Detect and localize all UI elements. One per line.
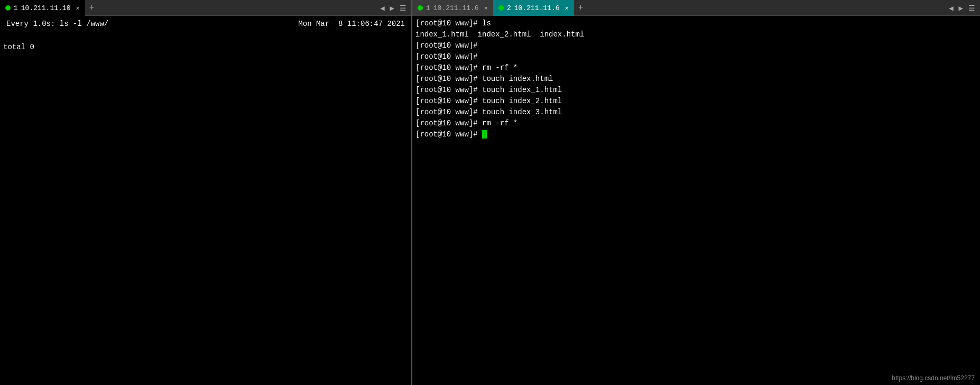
tab-left-1-host: 10.211.11.10 xyxy=(21,4,71,12)
left-total-line: total 0 xyxy=(3,42,408,53)
tab-left-nav: ◀ ▶ ☰ xyxy=(378,4,411,13)
right-line-9: [root@10 www]# rm -rf * xyxy=(415,118,977,129)
watch-command: Every 1.0s: ls -l /www/ xyxy=(6,19,108,30)
panels: Every 1.0s: ls -l /www/ Mon Mar 8 11:06:… xyxy=(0,16,980,385)
watermark: https://blog.csdn.net/lm52277 xyxy=(892,374,975,382)
tab-left-1-label: 1 xyxy=(14,4,18,12)
right-line-7: [root@10 www]# touch index_2.html xyxy=(415,96,977,107)
cursor xyxy=(482,130,487,139)
terminal-left-content: Every 1.0s: ls -l /www/ Mon Mar 8 11:06:… xyxy=(0,16,411,385)
tab-right-2-number: 2 xyxy=(507,4,511,12)
tab-left-next[interactable]: ▶ xyxy=(389,4,396,13)
panel-right[interactable]: [root@10 www]# ls index_1.html index_2.h… xyxy=(412,16,980,385)
tab-right-2-close[interactable]: ✕ xyxy=(565,4,569,12)
tab-left-add[interactable]: + xyxy=(85,3,99,13)
right-line-1: index_1.html index_2.html index.html xyxy=(415,29,977,40)
left-empty-line xyxy=(3,31,408,42)
watch-timestamp: Mon Mar 8 11:06:47 2021 xyxy=(298,19,405,30)
tab-left-prev[interactable]: ◀ xyxy=(378,4,386,13)
tab-right-1-host: 10.211.11.6 xyxy=(433,4,479,12)
tab-indicator-right-2 xyxy=(498,5,504,11)
right-line-0: [root@10 www]# ls xyxy=(415,18,977,29)
tab-left-menu[interactable]: ☰ xyxy=(398,4,408,13)
tab-indicator-right-1 xyxy=(418,5,423,11)
right-line-6: [root@10 www]# touch index_1.html xyxy=(415,85,977,96)
right-line-10: [root@10 www]# xyxy=(415,129,977,140)
tab-indicator-left xyxy=(5,5,11,11)
tab-right-1-number: 1 xyxy=(426,4,430,12)
right-line-3: [root@10 www]# xyxy=(415,51,977,62)
tab-right-next[interactable]: ▶ xyxy=(957,4,965,13)
tab-right-1[interactable]: 1 10.211.11.6 ✕ xyxy=(412,0,493,16)
tab-right-menu[interactable]: ☰ xyxy=(967,4,977,13)
tab-right-2-host: 10.211.11.6 xyxy=(514,4,560,12)
tab-right-1-close[interactable]: ✕ xyxy=(484,4,488,12)
terminal-right-content: [root@10 www]# ls index_1.html index_2.h… xyxy=(412,16,980,385)
tab-right-2[interactable]: 2 10.211.11.6 ✕ xyxy=(493,0,574,16)
tab-left-1[interactable]: 1 10.211.11.10 ✕ xyxy=(0,0,85,16)
right-line-5: [root@10 www]# touch index.html xyxy=(415,74,977,85)
right-line-4: [root@10 www]# rm -rf * xyxy=(415,62,977,74)
tab-right-nav: ◀ ▶ ☰ xyxy=(947,4,980,13)
panel-left[interactable]: Every 1.0s: ls -l /www/ Mon Mar 8 11:06:… xyxy=(0,16,412,385)
tmux-container: 1 10.211.11.10 ✕ + ◀ ▶ ☰ 1 10.211.11.6 ✕ xyxy=(0,0,980,385)
tab-right-add[interactable]: + xyxy=(574,3,588,13)
watch-status-line: Every 1.0s: ls -l /www/ Mon Mar 8 11:06:… xyxy=(3,18,408,31)
tab-right-prev[interactable]: ◀ xyxy=(947,4,955,13)
right-line-2: [root@10 www]# xyxy=(415,40,977,51)
tab-left-1-close[interactable]: ✕ xyxy=(76,4,79,12)
right-line-8: [root@10 www]# touch index_3.html xyxy=(415,107,977,118)
